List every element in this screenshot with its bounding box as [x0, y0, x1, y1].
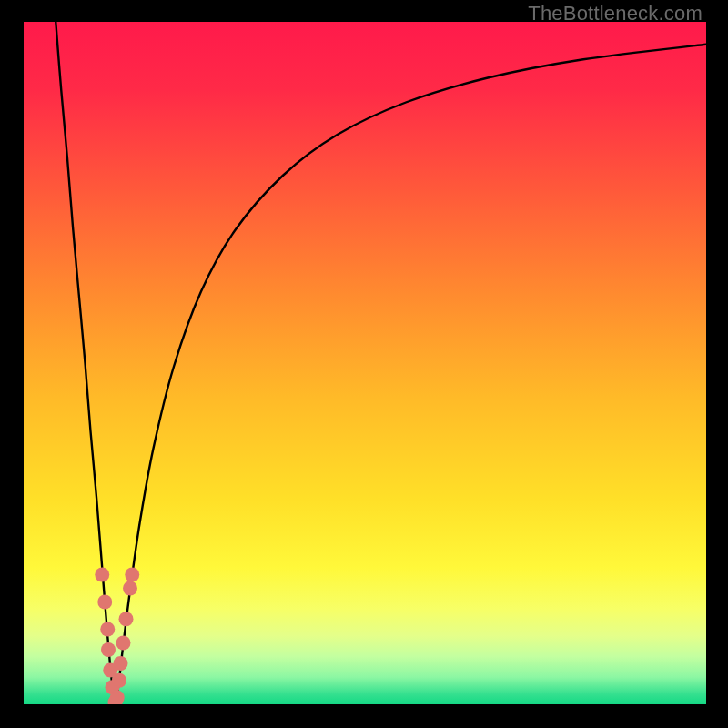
marker-dot [112, 673, 126, 688]
marker-dot [110, 691, 125, 705]
marker-dot [97, 595, 112, 610]
plot-area [24, 22, 706, 704]
marker-dot [95, 568, 109, 582]
marker-dot [125, 568, 139, 582]
marker-dot [100, 622, 115, 637]
bottleneck-curve [24, 22, 706, 704]
marker-dot [123, 581, 137, 596]
marker-dot [101, 642, 116, 657]
marker-dot [114, 656, 128, 671]
marker-dot [119, 612, 134, 626]
curve-path [56, 22, 706, 703]
marker-dots [95, 568, 139, 705]
chart-frame: TheBottleneck.com [0, 0, 728, 728]
marker-dot [116, 636, 131, 651]
